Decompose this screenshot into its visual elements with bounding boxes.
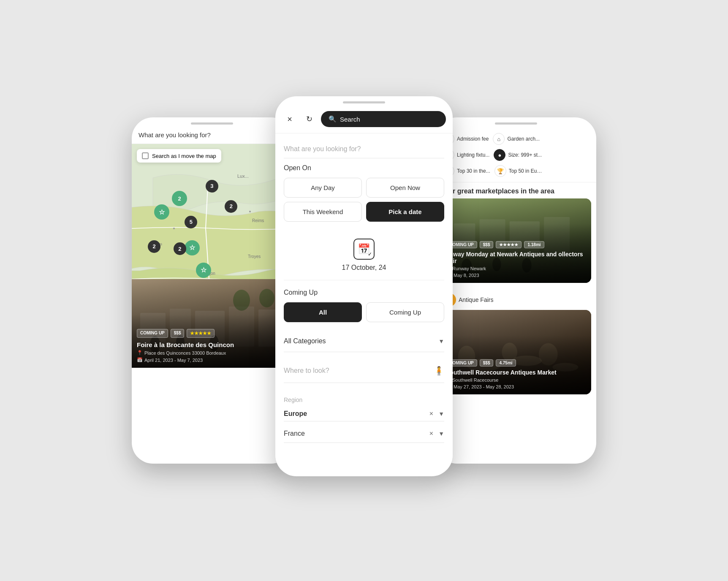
- france-controls: × ▼: [429, 430, 444, 437]
- map-marker[interactable]: 3: [206, 180, 218, 193]
- map-marker-star[interactable]: ☆: [196, 263, 211, 278]
- notch-bar-c: [343, 101, 385, 103]
- market-card-content: COMING UP $$$ ★★★★★ Foire à la Brocante …: [132, 324, 292, 368]
- marker-num: 2: [230, 203, 233, 209]
- map-marker[interactable]: 5: [185, 216, 197, 228]
- mcard-title-2: Southwell Racecourse Antiques Market: [446, 369, 586, 376]
- tag-admission-label: Admission fee: [457, 136, 489, 142]
- where-to-look-label: Where to look?: [284, 367, 329, 375]
- what-looking-input[interactable]: What are you looking for?: [284, 140, 444, 158]
- price-badge-r2: $$$: [480, 359, 494, 367]
- calendar-icon-box[interactable]: 📅 ✓: [353, 239, 375, 260]
- svg-text:Lux...: Lux...: [237, 174, 249, 179]
- pin-icon: 📍: [137, 350, 143, 356]
- region-selected[interactable]: Europe × ▼: [284, 407, 444, 421]
- pick-date-button[interactable]: Pick a date: [366, 202, 444, 222]
- phone-left: What are you looking for? Fil: [132, 117, 292, 464]
- svg-text:Reims: Reims: [252, 218, 264, 223]
- phones-container: What are you looking for? Fil: [132, 96, 596, 485]
- mcard-badges-1: COMING UP $$$ ★★★★★ 1.18mi: [446, 241, 586, 248]
- phone-center: × ↻ 🔍 Search What are you looking for? O…: [275, 96, 453, 476]
- open-on-label: Open On: [284, 164, 444, 172]
- calendar-check: ✓: [368, 251, 372, 257]
- center-form: What are you looking for? Open On Any Da…: [275, 133, 453, 475]
- center-header: × ↻ 🔍 Search: [275, 107, 453, 133]
- any-day-button[interactable]: Any Day: [284, 178, 362, 198]
- notch-bar: [191, 122, 233, 125]
- close-button[interactable]: ×: [282, 111, 297, 127]
- refresh-button[interactable]: ↻: [302, 111, 317, 127]
- tag-top50-label: Top 50 in Eur...: [509, 168, 543, 174]
- circle-dark-icon: ●: [494, 149, 505, 161]
- this-weekend-button[interactable]: This Weekend: [284, 202, 362, 222]
- chevron-down-icon-france[interactable]: ▼: [438, 430, 444, 437]
- region-label: Region: [284, 396, 444, 403]
- left-search-placeholder: What are you looking for?: [139, 131, 211, 138]
- where-to-look-row[interactable]: Where to look? 🧍: [284, 359, 444, 383]
- map-area[interactable]: Lux... Reims Troyes Dijon Fran ...ns ...…: [132, 144, 292, 368]
- search-label: Search: [340, 116, 360, 123]
- region-row: Region Europe × ▼: [284, 390, 444, 425]
- antique-label: Antique Fairs: [459, 296, 493, 303]
- tag-garden: ⌂ Garden arch...: [493, 133, 540, 145]
- coming-up-badge: COMING UP: [137, 329, 168, 338]
- mcard-venue-1: 🏛 Runway Newark: [446, 266, 586, 271]
- open-now-button[interactable]: Open Now: [366, 178, 444, 198]
- market-card-badges: COMING UP $$$ ★★★★★: [137, 329, 287, 338]
- person-icon: 🧍: [434, 366, 444, 376]
- center-notch: [275, 96, 453, 107]
- price-badge-r1: $$$: [480, 241, 494, 248]
- region-value: Europe: [284, 410, 307, 418]
- stars-badge: ★★★★★: [187, 329, 215, 338]
- svg-point-2: [249, 211, 251, 212]
- market-card-title: Foire à la Brocante des Quincon: [137, 341, 287, 348]
- mcard-content-1: COMING UP $$$ ★★★★★ 1.18mi unway Monday …: [441, 236, 591, 283]
- chevron-down-icon[interactable]: ▼: [438, 410, 444, 417]
- categories-label: All Categories: [284, 337, 326, 345]
- market-card-date: 📅 April 21, 2023 - May 7, 2023: [137, 357, 287, 363]
- arch-icon: ⌂: [493, 133, 505, 145]
- coming-up-buttons: All Coming Up: [284, 302, 444, 322]
- france-row[interactable]: France × ▼: [284, 425, 444, 443]
- mcard-content-2: COMING UP $$$ 4.75mi Southwell Racecours…: [441, 354, 591, 394]
- date-selected-area: 📅 ✓ 17 October, 24: [284, 230, 444, 280]
- checkbox[interactable]: [142, 152, 149, 159]
- stars-badge-r1: ★★★★★: [496, 241, 522, 248]
- trophy-icon-2: 🏆: [494, 165, 506, 177]
- map-marker[interactable]: 2: [174, 242, 186, 255]
- coming-up-button[interactable]: Coming Up: [366, 302, 444, 322]
- market-card[interactable]: COMING UP $$$ ★★★★★ Foire à la Brocante …: [132, 279, 292, 368]
- all-button[interactable]: All: [284, 302, 362, 322]
- phone-right: $ Admission fee ⌂ Garden arch... 💡 Light…: [436, 117, 596, 464]
- left-notch: [132, 117, 292, 128]
- mcard-date-2: 📅 May 27, 2023 - May 28, 2023: [446, 384, 586, 389]
- right-phone-content: $ Admission fee ⌂ Garden arch... 💡 Light…: [436, 128, 596, 449]
- section-header: ther great marketplaces in the area: [436, 182, 596, 198]
- date-buttons-grid: Any Day Open Now This Weekend Pick a dat…: [284, 178, 444, 222]
- chevron-down-icon: ▼: [438, 338, 444, 345]
- market-card-right-2[interactable]: COMING UP $$$ 4.75mi Southwell Racecours…: [441, 310, 591, 394]
- mcard-venue-2: 🏛 Southwell Racecourse: [446, 377, 586, 383]
- dist-badge-r2: 4.75mi: [496, 359, 516, 367]
- map-marker[interactable]: 2: [225, 200, 237, 213]
- search-move-checkbox[interactable]: Search as I move the map: [137, 149, 221, 163]
- region-controls: × ▼: [429, 410, 444, 418]
- clear-france-icon[interactable]: ×: [429, 430, 433, 437]
- dist-badge-r1: 1.18mi: [524, 241, 544, 248]
- tag-size: ● Size: 999+ st...: [494, 149, 542, 161]
- notch-bar-r: [495, 122, 537, 125]
- france-label: France: [284, 430, 305, 437]
- market-card-address: 📍 Place des Quinconces 33000 Bordeaux: [137, 350, 287, 356]
- mcard-date-1: 📅 May 8, 2023: [446, 272, 586, 278]
- price-badge: $$$: [171, 329, 185, 338]
- market-card-right-1[interactable]: COMING UP $$$ ★★★★★ 1.18mi unway Monday …: [441, 198, 591, 283]
- clear-region-icon[interactable]: ×: [429, 410, 433, 418]
- map-marker[interactable]: 2: [148, 240, 160, 253]
- marker-num: 5: [190, 219, 193, 225]
- search-icon: 🔍: [329, 115, 337, 123]
- mcard-title-1: unway Monday at Newark Antiques and olle…: [446, 251, 586, 264]
- antique-fairs-row: 🏺 Antique Fairs: [436, 290, 596, 310]
- categories-dropdown[interactable]: All Categories ▼: [284, 331, 444, 352]
- search-bar[interactable]: 🔍 Search: [321, 111, 446, 127]
- right-tags-row: $ Admission fee ⌂ Garden arch... 💡 Light…: [436, 128, 596, 182]
